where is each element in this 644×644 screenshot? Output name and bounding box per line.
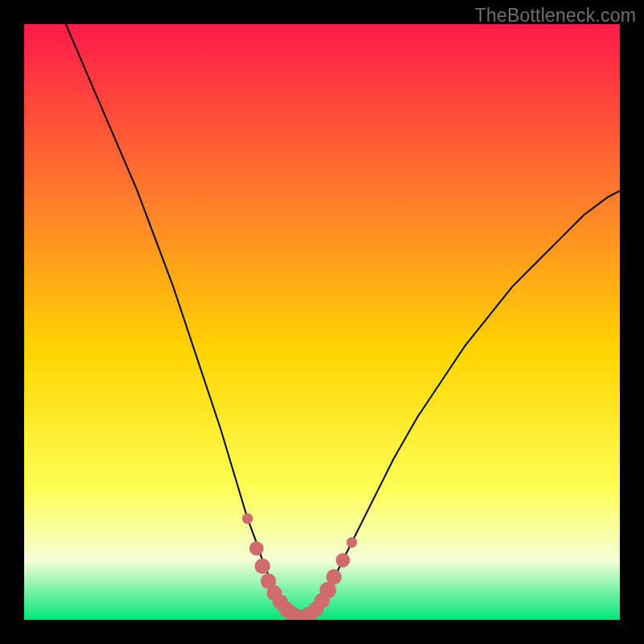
gradient-background xyxy=(24,24,620,620)
data-marker xyxy=(250,541,264,555)
data-marker xyxy=(242,514,253,524)
data-marker xyxy=(326,569,341,584)
data-marker xyxy=(336,553,350,568)
data-marker xyxy=(254,559,270,574)
chart-frame: TheBottleneck.com xyxy=(0,0,644,644)
watermark-text: TheBottleneck.com xyxy=(475,5,636,27)
data-marker xyxy=(346,537,357,547)
chart-svg xyxy=(24,24,620,620)
plot-area xyxy=(24,24,620,620)
